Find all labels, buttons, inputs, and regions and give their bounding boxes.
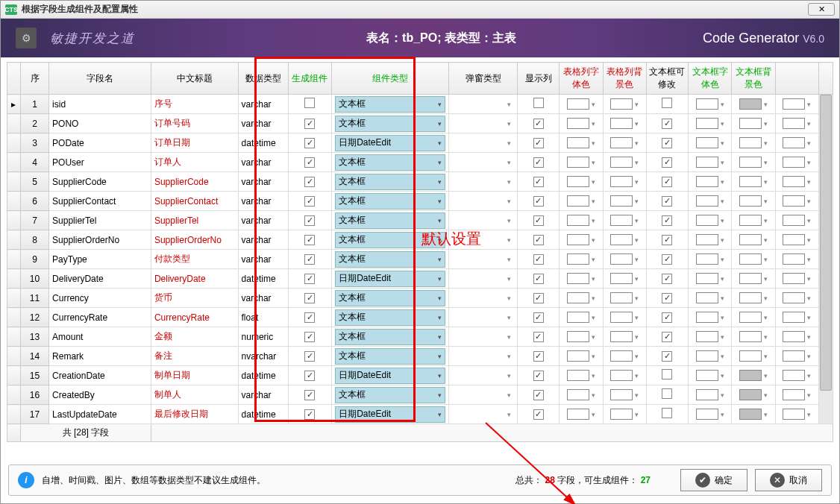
checkbox[interactable]	[533, 215, 544, 226]
popup-cell[interactable]: ▾	[449, 95, 518, 114]
color-swatch[interactable]	[696, 195, 718, 207]
col-seq[interactable]: 序	[20, 63, 48, 95]
color-swatch[interactable]	[696, 312, 718, 323]
color-swatch[interactable]	[696, 118, 718, 129]
ctype-cell[interactable]: 文本框▾	[332, 153, 449, 172]
color-swatch[interactable]	[567, 273, 589, 284]
color-swatch[interactable]	[696, 350, 718, 362]
checkbox[interactable]	[304, 119, 315, 129]
gear-icon[interactable]: ⚙	[16, 28, 37, 48]
show-cell[interactable]	[518, 385, 560, 405]
checkbox[interactable]	[533, 254, 544, 265]
field-name-cell[interactable]: SupplierContact	[49, 192, 151, 211]
chevron-down-icon[interactable]: ▾	[721, 198, 724, 205]
pc1-cell[interactable]: ▾	[560, 114, 603, 133]
popup-cell[interactable]: ▾	[449, 153, 518, 172]
ctype-combo[interactable]: 文本框▾	[335, 193, 445, 210]
chevron-down-icon[interactable]: ▾	[592, 294, 595, 302]
table-row[interactable]: 4POUser订单人varchar文本框▾▾▾▾▾▾▾	[7, 153, 833, 172]
chevron-down-icon[interactable]: ▾	[635, 294, 639, 302]
pc1-cell[interactable]: ▾	[560, 366, 603, 385]
pc1-cell[interactable]: ▾	[560, 308, 603, 327]
color-swatch[interactable]	[739, 176, 762, 187]
pc1-cell[interactable]: ▾	[560, 192, 603, 211]
field-name-cell[interactable]: SupplierOrderNo	[49, 230, 151, 250]
chevron-down-icon[interactable]: ▾	[721, 294, 724, 302]
pc2-cell[interactable]: ▾	[603, 327, 646, 347]
chevron-down-icon[interactable]: ▾	[635, 333, 639, 341]
color-swatch[interactable]	[567, 389, 589, 400]
field-name-cell[interactable]: PONO	[49, 114, 151, 133]
chevron-down-icon[interactable]: ▾	[635, 198, 639, 205]
color-swatch[interactable]	[610, 118, 633, 129]
color-swatch[interactable]	[696, 137, 718, 148]
ok-button[interactable]: ✔ 确定	[680, 469, 747, 491]
popup-combo[interactable]: ▾	[452, 154, 514, 171]
pc4-cell[interactable]: ▾	[732, 366, 775, 385]
gen-cell[interactable]	[288, 153, 331, 172]
col-edit[interactable]: 文本框可修改	[646, 63, 688, 95]
checkbox[interactable]	[533, 196, 544, 207]
color-swatch[interactable]	[783, 195, 805, 207]
color-swatch[interactable]	[696, 292, 718, 303]
color-swatch[interactable]	[696, 157, 718, 168]
checkbox[interactable]	[304, 98, 315, 108]
col-show[interactable]: 显示列	[518, 63, 560, 95]
color-swatch[interactable]	[739, 370, 762, 381]
checkbox[interactable]	[662, 235, 672, 245]
popup-combo[interactable]: ▾	[452, 309, 514, 326]
pc3-cell[interactable]: ▾	[688, 385, 731, 405]
table-row[interactable]: 10DeliveryDateDeliveryDatedatetime日期Date…	[7, 269, 833, 289]
ctype-cell[interactable]: 文本框▾	[332, 95, 449, 114]
color-swatch[interactable]	[610, 370, 633, 381]
gen-cell[interactable]	[288, 385, 331, 405]
pc1-cell[interactable]: ▾	[560, 347, 603, 366]
show-cell[interactable]	[518, 133, 560, 153]
color-swatch[interactable]	[567, 137, 589, 148]
ctype-cell[interactable]: 文本框▾	[332, 347, 449, 366]
color-swatch[interactable]	[567, 350, 589, 362]
ctype-combo[interactable]: 文本框▾	[335, 329, 445, 345]
ctype-cell[interactable]: 文本框▾	[332, 385, 449, 405]
color-swatch[interactable]	[783, 370, 805, 381]
show-cell[interactable]	[518, 95, 560, 114]
ctype-combo[interactable]: 日期DateEdit▾	[335, 368, 445, 384]
color-swatch[interactable]	[739, 273, 762, 284]
popup-combo[interactable]: ▾	[452, 406, 514, 423]
show-cell[interactable]	[518, 250, 560, 269]
chevron-down-icon[interactable]: ▾	[764, 236, 768, 244]
checkbox[interactable]	[533, 371, 544, 381]
color-swatch[interactable]	[739, 253, 762, 265]
color-swatch[interactable]	[783, 389, 805, 400]
chevron-down-icon[interactable]: ▾	[807, 256, 811, 263]
show-cell[interactable]	[518, 153, 560, 172]
checkbox[interactable]	[662, 274, 672, 284]
checkbox[interactable]	[533, 138, 544, 148]
checkbox[interactable]	[533, 274, 544, 284]
pc3-cell[interactable]: ▾	[688, 366, 731, 385]
chevron-down-icon[interactable]: ▾	[807, 372, 811, 379]
checkbox[interactable]	[533, 293, 544, 303]
field-name-cell[interactable]: SupplierTel	[49, 211, 151, 230]
popup-combo[interactable]: ▾	[452, 290, 514, 306]
popup-combo[interactable]: ▾	[452, 387, 514, 403]
field-name-cell[interactable]: Amount	[49, 327, 151, 347]
gen-cell[interactable]	[288, 366, 331, 385]
chevron-down-icon[interactable]: ▾	[807, 333, 811, 341]
chevron-down-icon[interactable]: ▾	[721, 256, 724, 263]
table-row[interactable]: 3PODate订单日期datetime日期DateEdit▾▾▾▾▾▾▾	[7, 133, 833, 153]
chevron-down-icon[interactable]: ▾	[592, 217, 595, 224]
chevron-down-icon[interactable]: ▾	[592, 139, 595, 147]
edit-cell[interactable]	[646, 172, 688, 192]
color-swatch[interactable]	[696, 98, 718, 110]
pc5-cell[interactable]: ▾	[775, 308, 818, 327]
edit-cell[interactable]	[646, 308, 688, 327]
ctype-combo[interactable]: 文本框▾	[335, 290, 445, 306]
checkbox[interactable]	[304, 177, 315, 187]
chevron-down-icon[interactable]: ▾	[592, 256, 595, 263]
gen-cell[interactable]	[288, 192, 331, 211]
pc3-cell[interactable]: ▾	[688, 133, 731, 153]
col-pc2[interactable]: 表格列背景色	[603, 63, 646, 95]
pc5-cell[interactable]: ▾	[775, 114, 818, 133]
chevron-down-icon[interactable]: ▾	[721, 411, 724, 418]
